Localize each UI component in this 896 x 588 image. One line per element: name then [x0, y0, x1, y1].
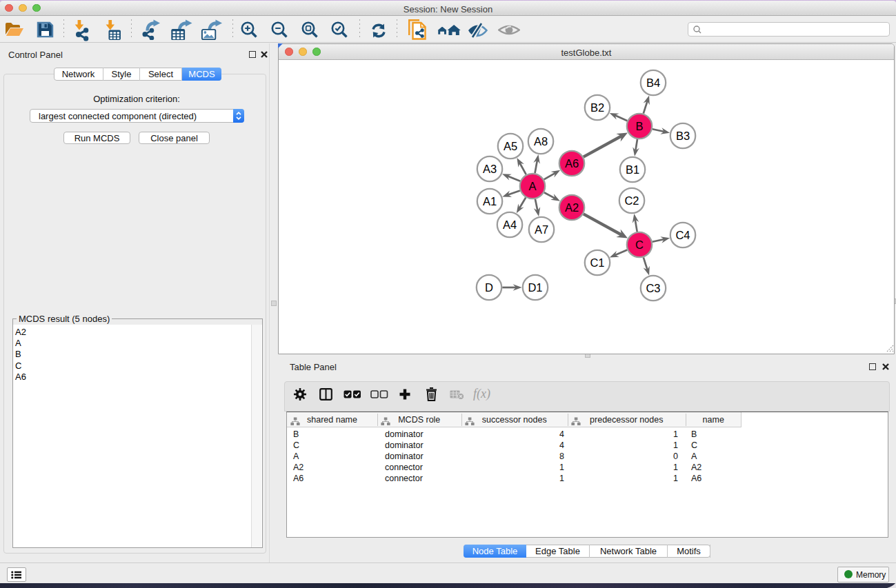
- svg-text:A5: A5: [504, 140, 517, 152]
- svg-text:C3: C3: [646, 282, 660, 294]
- svg-text:A6: A6: [565, 157, 579, 170]
- svg-text:A4: A4: [503, 219, 517, 231]
- svg-text:D1: D1: [528, 281, 542, 294]
- svg-text:C1: C1: [590, 256, 604, 269]
- svg-text:C2: C2: [624, 194, 639, 207]
- svg-text:A2: A2: [565, 201, 579, 214]
- svg-text:A: A: [528, 180, 536, 192]
- svg-text:A3: A3: [483, 163, 497, 175]
- svg-text:B: B: [635, 120, 643, 132]
- svg-text:D: D: [485, 281, 493, 294]
- svg-text:B4: B4: [646, 77, 660, 89]
- svg-text:A8: A8: [534, 135, 548, 148]
- svg-text:A1: A1: [483, 195, 497, 207]
- svg-text:C4: C4: [675, 229, 690, 241]
- svg-text:C: C: [635, 239, 644, 251]
- svg-text:B1: B1: [626, 163, 639, 176]
- svg-text:B2: B2: [590, 101, 604, 114]
- svg-text:B3: B3: [676, 130, 690, 142]
- svg-text:A7: A7: [535, 223, 548, 236]
